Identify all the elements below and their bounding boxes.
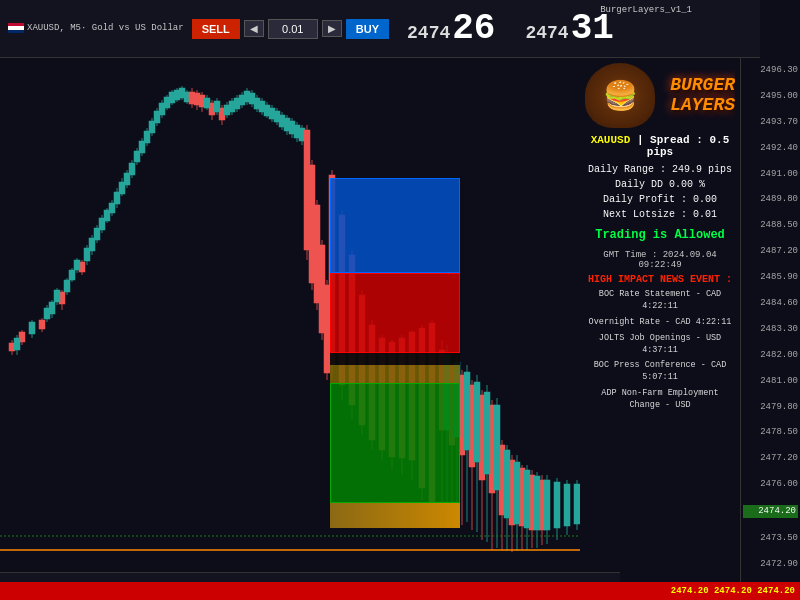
price-2481: 2481.00 — [743, 376, 798, 387]
svg-rect-38 — [109, 203, 115, 213]
price-2487: 2487.20 — [743, 246, 798, 257]
buy-button[interactable]: BUY — [346, 19, 389, 39]
layer-blue — [330, 178, 460, 273]
svg-rect-152 — [464, 372, 470, 450]
news-item-1: BOC Rate Statement - CAD 4:22:11 — [585, 289, 735, 313]
svg-rect-158 — [494, 405, 500, 490]
price-2496: 2496.30 — [743, 65, 798, 76]
svg-rect-20 — [54, 290, 60, 302]
trading-status: Trading is Allowed — [585, 228, 735, 242]
svg-rect-154 — [474, 382, 480, 462]
description-text: Gold vs US Dollar — [92, 23, 184, 33]
xauusd-spread: XAUUSD | Spread : 0.5 pips — [585, 132, 735, 160]
burger-title: BURGER LAYERS — [670, 76, 735, 116]
symbol-label: XAUUSD, M5· Gold vs US Dollar — [27, 23, 184, 33]
info-panel: 🍔 BURGER LAYERS XAUUSD | Spread : 0.5 pi… — [580, 58, 740, 600]
price-2483: 2483.30 — [743, 324, 798, 335]
svg-rect-166 — [534, 476, 540, 530]
svg-rect-24 — [69, 270, 75, 280]
symbol-flags: XAUUSD, M5· Gold vs US Dollar — [8, 23, 184, 33]
news-item-4: BOC Press Conference - CAD 5:07:11 — [585, 360, 735, 384]
buy-price-prefix: 2474 — [525, 23, 568, 43]
bottom-bar: 2474.20 2474.20 2474.20 — [0, 582, 800, 600]
sell-button[interactable]: SELL — [192, 19, 240, 39]
price-2493: 2493.70 — [743, 117, 798, 128]
big-price: 2474 26 2474 31 — [407, 11, 614, 47]
price-2485: 2485.90 — [743, 272, 798, 283]
svg-rect-172 — [564, 484, 570, 526]
news-item-3: JOLTS Job Openings - USD 4:37:11 — [585, 333, 735, 357]
price-2477: 2477.20 — [743, 453, 798, 464]
layer-olive — [330, 365, 460, 383]
chart-area — [0, 60, 620, 570]
timeframe-text: M5 — [70, 23, 81, 33]
price-2472: 2472.90 — [743, 559, 798, 570]
svg-rect-156 — [484, 392, 490, 474]
price-axis: 2496.30 2495.00 2493.70 2492.40 2491.00 … — [740, 0, 800, 600]
news-item-5: ADP Non-Farm Employment Change - USD — [585, 388, 735, 412]
svg-rect-168 — [544, 480, 550, 530]
svg-rect-162 — [514, 462, 520, 524]
lot-down-button[interactable]: ◀ — [244, 20, 264, 37]
top-bar: XAUUSD, M5· Gold vs US Dollar SELL ◀ ▶ B… — [0, 0, 760, 58]
svg-rect-46 — [129, 163, 135, 175]
layer-boxes — [330, 178, 460, 528]
price-2482: 2482.00 — [743, 350, 798, 361]
news-header: HIGH IMPACT NEWS EVENT : — [585, 274, 735, 285]
symbol-text: XAUUSD — [27, 23, 59, 33]
news-item-2: Overnight Rate - CAD 4:22:11 — [585, 317, 735, 329]
trade-buttons: SELL ◀ ▶ BUY — [192, 19, 389, 39]
price-2491: 2491.00 — [743, 169, 798, 180]
chart-container: XAUUSD, M5· Gold vs US Dollar SELL ◀ ▶ B… — [0, 0, 800, 600]
candlestick-chart — [0, 60, 620, 570]
sell-price-main: 26 — [452, 11, 495, 47]
price-2473: 2473.50 — [743, 533, 798, 544]
price-2476: 2476.00 — [743, 479, 798, 490]
price-2478: 2478.50 — [743, 427, 798, 438]
flag-us — [8, 23, 24, 33]
burger-image: 🍔 — [585, 63, 655, 128]
price-2488: 2488.50 — [743, 220, 798, 231]
buy-price-group: 2474 31 — [525, 11, 613, 47]
svg-rect-80 — [204, 98, 210, 108]
price-2474-highlight: 2474.20 — [743, 505, 798, 518]
layer-gold — [330, 503, 460, 528]
layer-green — [330, 383, 460, 503]
svg-rect-160 — [504, 450, 510, 518]
sell-price-group: 2474 26 — [407, 11, 495, 47]
layer-black — [330, 353, 460, 365]
price-2479: 2479.80 — [743, 402, 798, 413]
lot-input[interactable] — [268, 19, 318, 39]
svg-rect-22 — [64, 280, 70, 292]
svg-rect-6 — [39, 320, 45, 329]
indicator-name: BurgerLayers_v1_1 — [600, 5, 692, 15]
bottom-bar-text: 2474.20 2474.20 2474.20 — [671, 586, 795, 596]
gmt-time: GMT Time : 2024.09.04 09:22:49 — [585, 250, 735, 270]
daily-range-row: Daily Range : 249.9 pips — [585, 164, 735, 175]
price-2489: 2489.80 — [743, 194, 798, 205]
price-2492: 2492.40 — [743, 143, 798, 154]
daily-profit-row: Daily Profit : 0.00 — [585, 194, 735, 205]
svg-rect-12 — [14, 338, 20, 350]
svg-rect-82 — [214, 101, 220, 112]
sell-price-prefix: 2474 — [407, 23, 450, 43]
svg-rect-170 — [554, 482, 560, 528]
lot-up-button[interactable]: ▶ — [322, 20, 342, 37]
svg-rect-18 — [49, 302, 55, 314]
symbol-info: XAUUSD, M5· Gold vs US Dollar — [8, 23, 184, 35]
svg-rect-26 — [74, 260, 80, 270]
next-lotsize-row: Next Lotsize : 0.01 — [585, 209, 735, 220]
svg-rect-14 — [29, 322, 35, 334]
daily-dd-row: Daily DD 0.00 % — [585, 179, 735, 190]
layer-red — [330, 273, 460, 353]
price-2484: 2484.60 — [743, 298, 798, 309]
burger-logo: 🍔 BURGER LAYERS — [585, 63, 735, 128]
buy-price-main: 31 — [571, 11, 614, 47]
price-2495: 2495.00 — [743, 91, 798, 102]
svg-rect-164 — [524, 470, 530, 528]
